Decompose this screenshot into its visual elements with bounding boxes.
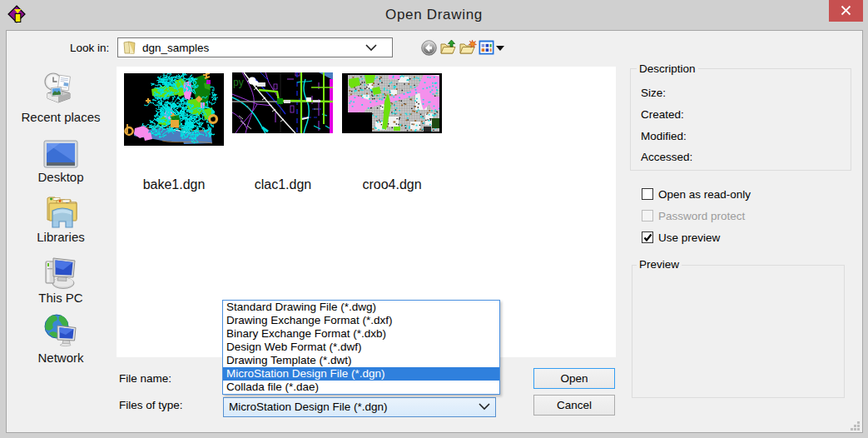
svg-text:py: py bbox=[233, 77, 244, 88]
